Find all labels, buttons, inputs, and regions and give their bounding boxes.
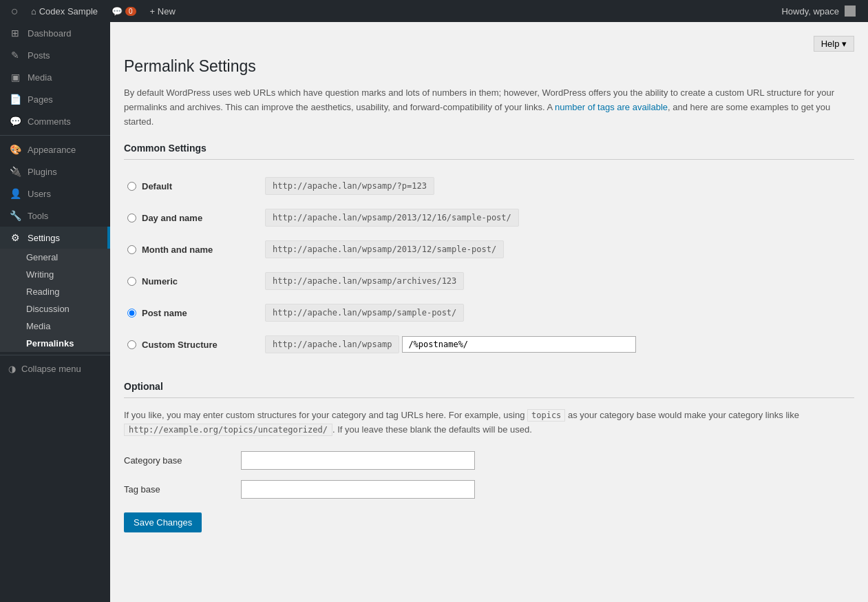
radio-post-name[interactable] [127,309,136,318]
sidebar-label-settings: Settings [28,233,60,243]
option-label-post-name: Post name [142,308,187,318]
sidebar-label-users: Users [28,189,51,199]
optional-description: If you like, you may enter custom struct… [124,408,854,437]
submenu-item-reading[interactable]: Reading [0,283,110,300]
url-display-day-name: http://apache.lan/wpsamp/2013/12/16/samp… [265,209,519,227]
media-icon: ▣ [8,72,22,83]
permalink-option-post-name: Post name http://apache.lan/wpsamp/sampl… [124,297,854,329]
submenu-item-writing[interactable]: Writing [0,266,110,283]
sidebar-item-plugins[interactable]: 🔌 Plugins [0,160,110,183]
comments-item[interactable]: 💬 0 [105,6,143,17]
permalink-option-custom: Custom Structure http://apache.lan/wpsam… [124,329,854,360]
collapse-label: Collapse menu [21,364,81,374]
tag-base-input[interactable] [241,480,475,499]
sidebar-item-dashboard[interactable]: ⊞ Dashboard [0,22,110,44]
comments-icon: 💬 [112,6,123,17]
example-url: http://example.org/topics/uncategorized/ [124,424,332,436]
sidebar-label-plugins: Plugins [28,167,57,177]
category-base-row: Category base [124,451,854,470]
sidebar-item-tools[interactable]: 🔧 Tools [0,205,110,227]
avatar [845,6,856,17]
sidebar-label-comments: Comments [28,116,71,127]
url-display-default: http://apache.lan/wpsamp/?p=123 [265,177,434,195]
permalink-option-numeric: Numeric http://apache.lan/wpsamp/archive… [124,265,854,297]
page-description: By default WordPress uses web URLs which… [124,86,854,129]
radio-default[interactable] [127,182,136,191]
permalink-option-default: Default http://apache.lan/wpsamp/?p=123 [124,170,854,202]
site-name-label: Codex Sample [39,6,98,17]
common-settings-title: Common Settings [124,143,854,160]
sidebar-item-pages[interactable]: 📄 Pages [0,88,110,110]
url-display-month-name: http://apache.lan/wpsamp/2013/12/sample-… [265,240,504,258]
optional-title: Optional [124,381,854,398]
help-button[interactable]: Help ▾ [814,36,854,52]
sidebar-item-media[interactable]: ▣ Media [0,66,110,88]
wp-logo-icon[interactable]: ○ [6,4,24,19]
sidebar-label-posts: Posts [28,50,50,61]
sidebar-item-appearance[interactable]: 🎨 Appearance [0,138,110,160]
url-display-post-name: http://apache.lan/wpsamp/sample-post/ [265,304,464,322]
howdy-text[interactable]: Howdy, wpace [774,6,862,17]
radio-numeric[interactable] [127,277,136,286]
dashboard-icon: ⊞ [8,28,22,39]
appearance-icon: 🎨 [8,144,22,155]
sidebar-item-comments[interactable]: 💬 Comments [0,110,110,132]
radio-custom-structure[interactable] [127,340,136,349]
permalink-option-month-name: Month and name http://apache.lan/wpsamp/… [124,233,854,265]
optional-section: Optional If you like, you may enter cust… [124,381,854,532]
submenu-item-general[interactable]: General [0,249,110,266]
tag-base-label: Tag base [124,484,227,495]
option-label-numeric: Numeric [142,276,178,287]
option-label-month-name: Month and name [142,245,213,255]
custom-structure-input[interactable] [402,336,636,353]
sidebar-item-settings[interactable]: ⚙ Settings [0,227,110,249]
pages-icon: 📄 [8,94,22,105]
sidebar-label-tools: Tools [28,211,48,221]
tools-icon: 🔧 [8,210,22,221]
site-name-item[interactable]: ⌂ Codex Sample [24,6,105,17]
tags-link[interactable]: number of tags are available [555,102,668,112]
home-icon: ⌂ [31,6,36,17]
sidebar-label-appearance: Appearance [28,145,76,155]
users-icon: 👤 [8,188,22,199]
sidebar-label-pages: Pages [28,94,53,105]
submenu-item-media[interactable]: Media [0,318,110,335]
sidebar-item-users[interactable]: 👤 Users [0,183,110,205]
common-settings-table: Default http://apache.lan/wpsamp/?p=123 … [124,170,854,360]
radio-day-name[interactable] [127,214,136,222]
submenu-item-permalinks[interactable]: Permalinks [0,335,110,352]
sidebar-label-dashboard: Dashboard [28,28,72,39]
radio-month-name[interactable] [127,245,136,254]
topics-code: topics [527,409,565,422]
collapse-icon: ◑ [8,364,16,374]
tag-base-row: Tag base [124,480,854,499]
new-label: + New [150,6,176,17]
option-label-day-name: Day and name [142,213,202,223]
option-label-default: Default [142,181,172,191]
howdy-label: Howdy, wpace [781,6,839,17]
new-content-item[interactable]: + New [143,6,182,17]
url-display-numeric: http://apache.lan/wpsamp/archives/123 [265,272,464,290]
collapse-menu-button[interactable]: ◑ Collapse menu [0,358,110,380]
page-title: Permalink Settings [124,57,854,76]
sidebar-label-media: Media [28,72,52,83]
plugins-icon: 🔌 [8,166,22,177]
settings-icon: ⚙ [8,232,22,243]
category-base-input[interactable] [241,451,475,470]
custom-structure-base: http://apache.lan/wpsamp [265,335,399,353]
permalink-option-day-name: Day and name http://apache.lan/wpsamp/20… [124,202,854,233]
category-base-label: Category base [124,455,227,466]
comments-count: 0 [125,7,136,16]
sidebar-item-posts[interactable]: ✎ Posts [0,44,110,66]
posts-icon: ✎ [8,50,22,61]
option-label-custom: Custom Structure [142,340,218,350]
submenu-item-discussion[interactable]: Discussion [0,300,110,318]
save-changes-button[interactable]: Save Changes [124,512,202,532]
help-label: Help ▾ [821,39,847,49]
comments-nav-icon: 💬 [8,116,22,127]
